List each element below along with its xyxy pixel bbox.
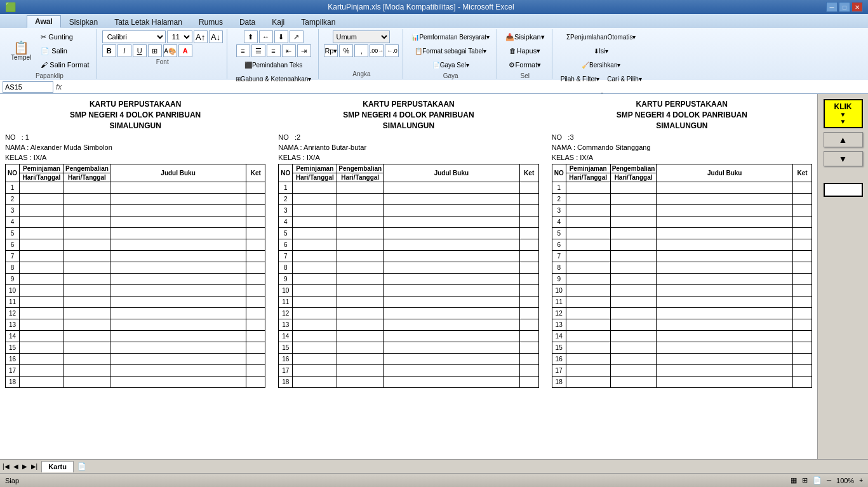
kembali-cell[interactable] xyxy=(64,354,110,365)
ket-cell[interactable] xyxy=(246,239,265,251)
pinjam-cell[interactable] xyxy=(293,239,337,251)
ket-cell[interactable] xyxy=(246,228,265,239)
kembali-cell[interactable] xyxy=(610,217,657,228)
minimize-button[interactable]: ─ xyxy=(826,2,838,12)
kembali-cell[interactable] xyxy=(64,285,110,297)
pinjam-cell[interactable] xyxy=(20,228,64,239)
judul-cell[interactable] xyxy=(384,319,520,331)
judul-cell[interactable] xyxy=(110,262,246,274)
pinjam-cell[interactable] xyxy=(20,205,64,217)
kembali-cell[interactable] xyxy=(610,365,657,377)
pinjam-cell[interactable] xyxy=(566,331,610,342)
align-bottom-button[interactable]: ⬇ xyxy=(274,30,288,43)
pinjam-cell[interactable] xyxy=(20,217,64,228)
ket-cell[interactable] xyxy=(792,308,811,319)
judul-cell[interactable] xyxy=(110,205,246,217)
kembali-cell[interactable] xyxy=(64,331,110,342)
kembali-cell[interactable] xyxy=(337,377,384,388)
judul-cell[interactable] xyxy=(384,228,520,239)
judul-cell[interactable] xyxy=(657,342,793,354)
pinjam-cell[interactable] xyxy=(20,377,64,388)
kembali-cell[interactable] xyxy=(337,205,384,217)
pinjam-cell[interactable] xyxy=(566,262,610,274)
text-angle-button[interactable]: ↗ xyxy=(290,30,304,43)
pinjam-cell[interactable] xyxy=(293,274,337,285)
judul-cell[interactable] xyxy=(657,205,793,217)
kembali-cell[interactable] xyxy=(64,194,110,205)
ket-cell[interactable] xyxy=(246,251,265,262)
judul-cell[interactable] xyxy=(110,319,246,331)
ket-cell[interactable] xyxy=(792,228,811,239)
judul-cell[interactable] xyxy=(110,354,246,365)
align-middle-button[interactable]: ↔ xyxy=(259,30,273,43)
italic-button[interactable]: I xyxy=(117,44,131,57)
ket-cell[interactable] xyxy=(519,365,538,377)
tab-awal[interactable]: Awal xyxy=(27,15,61,28)
kembali-cell[interactable] xyxy=(610,377,657,388)
pinjam-cell[interactable] xyxy=(566,182,610,194)
judul-cell[interactable] xyxy=(384,194,520,205)
kembali-cell[interactable] xyxy=(337,251,384,262)
judul-cell[interactable] xyxy=(110,182,246,194)
ket-cell[interactable] xyxy=(519,377,538,388)
judul-cell[interactable] xyxy=(384,297,520,308)
judul-cell[interactable] xyxy=(110,308,246,319)
judul-cell[interactable] xyxy=(657,274,793,285)
pinjam-cell[interactable] xyxy=(20,194,64,205)
maximize-button[interactable]: □ xyxy=(839,2,850,12)
kembali-cell[interactable] xyxy=(64,297,110,308)
ket-cell[interactable] xyxy=(792,182,811,194)
judul-cell[interactable] xyxy=(384,354,520,365)
pinjam-cell[interactable] xyxy=(20,285,64,297)
ket-cell[interactable] xyxy=(246,342,265,354)
kembali-cell[interactable] xyxy=(610,319,657,331)
view-layout-icon[interactable]: ⊞ xyxy=(802,476,808,484)
tab-sisipkan[interactable]: Sisipkan xyxy=(61,15,106,28)
judul-cell[interactable] xyxy=(657,365,793,377)
pinjam-cell[interactable] xyxy=(566,239,610,251)
ket-cell[interactable] xyxy=(246,274,265,285)
ket-cell[interactable] xyxy=(519,239,538,251)
kembali-cell[interactable] xyxy=(64,377,110,388)
tab-data[interactable]: Data xyxy=(231,15,264,28)
kembali-cell[interactable] xyxy=(337,354,384,365)
judul-cell[interactable] xyxy=(657,331,793,342)
name-box[interactable] xyxy=(3,81,53,93)
sheet-nav-last[interactable]: ▶| xyxy=(31,463,38,470)
copy-button[interactable]: 📄 Salin xyxy=(37,44,92,57)
judul-cell[interactable] xyxy=(384,331,520,342)
klik-button[interactable]: KLIK ▼▼ xyxy=(824,99,863,128)
cell-style-button[interactable]: 📄 Gaya Sel ▾ xyxy=(429,58,472,71)
pinjam-cell[interactable] xyxy=(20,239,64,251)
ket-cell[interactable] xyxy=(519,354,538,365)
ket-cell[interactable] xyxy=(792,251,811,262)
tab-tata-letak[interactable]: Tata Letak Halaman xyxy=(106,15,190,28)
ket-cell[interactable] xyxy=(519,297,538,308)
ket-cell[interactable] xyxy=(519,331,538,342)
sheet-nav-prev[interactable]: ◀ xyxy=(13,463,18,470)
font-size-select[interactable]: 11 xyxy=(167,30,192,43)
align-top-button[interactable]: ⬆ xyxy=(244,30,258,43)
formula-input[interactable] xyxy=(64,81,865,93)
ket-cell[interactable] xyxy=(792,217,811,228)
kembali-cell[interactable] xyxy=(337,262,384,274)
tab-rumus[interactable]: Rumus xyxy=(190,15,231,28)
judul-cell[interactable] xyxy=(657,228,793,239)
judul-cell[interactable] xyxy=(384,205,520,217)
pinjam-cell[interactable] xyxy=(566,205,610,217)
pinjam-cell[interactable] xyxy=(293,194,337,205)
kembali-cell[interactable] xyxy=(610,297,657,308)
pinjam-cell[interactable] xyxy=(293,297,337,308)
kembali-cell[interactable] xyxy=(610,239,657,251)
judul-cell[interactable] xyxy=(110,297,246,308)
decrease-decimal-button[interactable]: ←.0 xyxy=(385,44,399,57)
ket-cell[interactable] xyxy=(519,228,538,239)
kembali-cell[interactable] xyxy=(610,308,657,319)
pinjam-cell[interactable] xyxy=(293,182,337,194)
kembali-cell[interactable] xyxy=(610,228,657,239)
judul-cell[interactable] xyxy=(384,239,520,251)
format-table-button[interactable]: 📋 Format sebagai Tabel ▾ xyxy=(411,44,490,57)
judul-cell[interactable] xyxy=(384,262,520,274)
ket-cell[interactable] xyxy=(246,297,265,308)
conditional-format-button[interactable]: 📊 Pemformatan Bersyarat ▾ xyxy=(408,30,493,43)
